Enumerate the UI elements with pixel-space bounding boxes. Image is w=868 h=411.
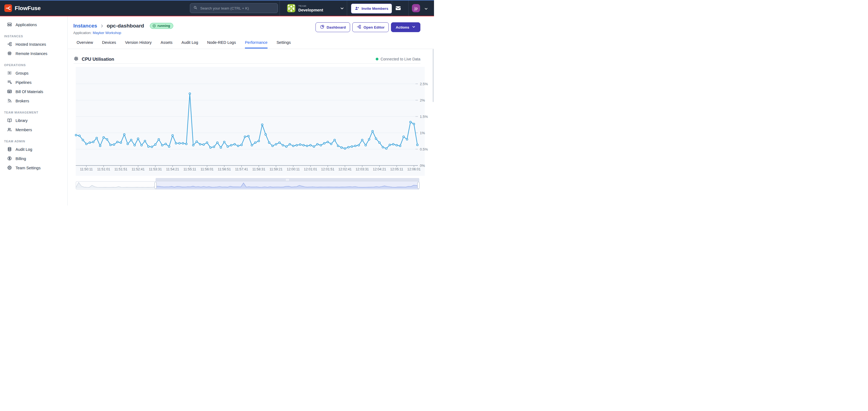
sidebar-item-label: Members <box>16 128 32 132</box>
sidebar-item-label: Team Settings <box>16 166 40 170</box>
svg-text:11:54:21: 11:54:21 <box>166 167 179 171</box>
svg-text:12:03:31: 12:03:31 <box>355 167 369 171</box>
panel-title-label: CPU Utilisation <box>82 57 114 62</box>
sidebar-item-label: Hosted Instances <box>16 42 46 46</box>
svg-text:11:55:11: 11:55:11 <box>183 167 196 171</box>
live-status: Connected to Live Data <box>376 57 421 61</box>
open-editor-button-label: Open Editor <box>364 25 384 29</box>
tab-audit-log[interactable]: Audit Log <box>181 40 198 48</box>
tab-settings[interactable]: Settings <box>277 40 291 48</box>
book-open-icon <box>7 118 12 124</box>
svg-text:11:53:31: 11:53:31 <box>149 167 162 171</box>
sidebar-item-label: Remote Instances <box>16 52 48 56</box>
node-red-fork-icon <box>356 25 361 30</box>
brush-handle-left[interactable] <box>154 182 157 189</box>
sidebar-item-brokers[interactable]: Brokers <box>0 96 67 106</box>
cpu-chip-icon <box>73 56 79 62</box>
applications-icon <box>7 22 12 28</box>
svg-text:12:05:11: 12:05:11 <box>390 167 403 171</box>
svg-text:11:57:41: 11:57:41 <box>235 167 248 171</box>
pie-chart-icon <box>320 25 324 30</box>
tab-assets[interactable]: Assets <box>161 40 173 48</box>
svg-text:0.5%: 0.5% <box>420 147 428 151</box>
sidebar-item-members[interactable]: Members <box>0 125 67 134</box>
sidebar: Applications INSTANCES Hosted Instances … <box>0 16 68 205</box>
plot-background <box>76 67 425 176</box>
tab-node-red-logs[interactable]: Node-RED Logs <box>207 40 236 48</box>
dashboard-button[interactable]: Dashboard <box>315 22 350 32</box>
search-icon <box>193 5 197 11</box>
svg-text:2%: 2% <box>420 98 425 102</box>
team-texts: TEAM: Development <box>298 4 323 12</box>
chevron-down-icon <box>340 6 344 12</box>
sidebar-item-groups[interactable]: Groups <box>0 69 67 78</box>
user-avatar[interactable]: jp <box>412 4 420 12</box>
svg-text:12:02:41: 12:02:41 <box>338 167 352 171</box>
brush-drag-strip[interactable] <box>156 178 419 181</box>
sidebar-item-audit-log[interactable]: Audit Log <box>0 145 67 154</box>
team-avatar <box>287 4 295 12</box>
svg-text:11:51:51: 11:51:51 <box>115 167 127 171</box>
sidebar-item-label: Groups <box>16 71 29 75</box>
search-input[interactable] <box>200 6 275 11</box>
dollar-circle-icon <box>7 156 12 162</box>
brand[interactable]: FlowFuse <box>4 4 40 12</box>
topbar-divider <box>408 1 409 16</box>
sidebar-item-label: Bill Of Materials <box>16 90 43 94</box>
sidebar-item-bill-of-materials[interactable]: Bill Of Materials <box>0 87 67 96</box>
status-badge: running <box>150 23 174 29</box>
sidebar-item-hosted-instances[interactable]: Hosted Instances <box>0 40 67 49</box>
chevron-right-icon <box>100 24 104 28</box>
sidebar-item-label: Library <box>16 118 28 123</box>
sidebar-item-library[interactable]: Library <box>0 116 67 125</box>
sidebar-section-team-management: TEAM MANAGEMENT <box>0 106 67 116</box>
panel-title: CPU Utilisation <box>73 56 114 62</box>
invite-members-button[interactable]: Invite Members <box>351 4 392 13</box>
app-window: FlowFuse TEAM: Development <box>0 0 434 205</box>
dashboard-button-label: Dashboard <box>327 25 346 29</box>
sidebar-item-label: Billing <box>16 157 26 161</box>
broadcast-icon <box>7 98 12 104</box>
tab-overview[interactable]: Overview <box>76 40 93 48</box>
svg-text:11:56:01: 11:56:01 <box>200 167 214 171</box>
sidebar-item-pipelines[interactable]: Pipelines <box>0 78 67 87</box>
sidebar-item-billing[interactable]: Billing <box>0 154 67 163</box>
chip-icon <box>7 51 12 57</box>
hosted-instances-icon <box>7 42 12 47</box>
application-link[interactable]: Mayker Workshop <box>93 31 121 35</box>
svg-text:0%: 0% <box>420 164 425 168</box>
tabs-divider <box>68 49 434 49</box>
tab-version-history[interactable]: Version History <box>125 40 152 48</box>
brush-handle-right[interactable] <box>417 182 420 189</box>
header-actions: Dashboard Open Editor Actions <box>315 22 421 32</box>
tab-performance[interactable]: Performance <box>245 40 268 48</box>
scrollbar[interactable] <box>433 49 434 102</box>
team-search[interactable] <box>190 3 278 13</box>
svg-text:12:00:11: 12:00:11 <box>287 167 300 171</box>
tab-devices[interactable]: Devices <box>102 40 116 48</box>
svg-text:11:52:41: 11:52:41 <box>132 167 145 171</box>
groups-icon <box>7 70 12 76</box>
user-menu-chevron-down-icon[interactable] <box>424 6 428 12</box>
brand-name: FlowFuse <box>15 5 40 11</box>
team-selector[interactable]: TEAM: Development <box>287 1 347 16</box>
breadcrumb-instances-link[interactable]: Instances <box>73 23 97 29</box>
top-navigation-bar: FlowFuse TEAM: Development <box>0 1 434 16</box>
sidebar-item-label: Applications <box>16 23 37 27</box>
actions-button-label: Actions <box>396 25 409 29</box>
open-editor-button[interactable]: Open Editor <box>352 22 389 32</box>
sidebar-section-instances: INSTANCES <box>0 29 67 40</box>
sidebar-section-team-admin: TEAM ADMIN <box>0 134 67 145</box>
sidebar-item-remote-instances[interactable]: Remote Instances <box>0 49 67 58</box>
breadcrumb: Instances opc-dashboard running <box>73 23 173 29</box>
actions-button[interactable]: Actions <box>391 22 421 32</box>
svg-text:11:50:11: 11:50:11 <box>80 167 93 171</box>
sidebar-section-operations: OPERATIONS <box>0 58 67 69</box>
sidebar-item-applications[interactable]: Applications <box>0 20 67 29</box>
notifications-mail-icon[interactable] <box>395 5 401 12</box>
sidebar-item-team-settings[interactable]: Team Settings <box>0 163 67 173</box>
window-accent-strip <box>0 0 434 1</box>
svg-text:11:56:51: 11:56:51 <box>218 167 231 171</box>
pipelines-icon <box>7 80 12 85</box>
team-label: TEAM: <box>298 4 323 7</box>
